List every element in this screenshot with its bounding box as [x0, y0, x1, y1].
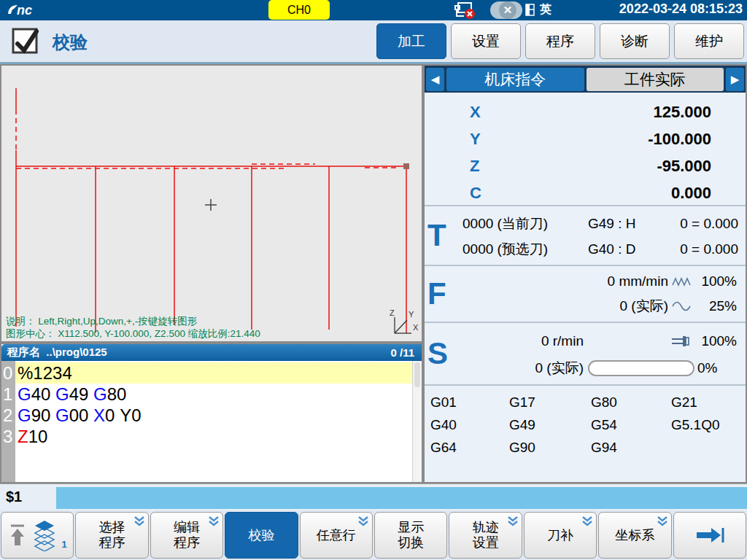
- coord-tab-right-arrow[interactable]: ▶: [726, 68, 744, 91]
- program-line[interactable]: 2G90 G00 X0 Y0: [1, 405, 412, 426]
- softkey-arbitrary-line[interactable]: 任意行: [300, 512, 373, 559]
- modal-gcode: G01: [430, 394, 509, 417]
- tab-diagnosis[interactable]: 诊断: [600, 23, 670, 59]
- coord-tab-left-arrow[interactable]: ◀: [426, 68, 444, 91]
- spindle-section: S 0 r/min 100% 0 (实际) 0%: [425, 323, 746, 386]
- axis-coordinates: X 125.000 Y -100.000 Z -95.000 C 0.000: [425, 93, 746, 206]
- page-title: 校验: [53, 31, 88, 54]
- modal-gcode: G21: [671, 394, 746, 417]
- network-disconnected-icon: [454, 1, 480, 20]
- axis-name: X: [470, 103, 481, 122]
- modal-gcode: G40: [430, 417, 509, 440]
- menu-up-icon: [8, 522, 27, 548]
- softkey-toolbar: 1 选择程序 编辑程序 校验 任意行 显示切换 轨迹设置 刀补: [0, 510, 747, 560]
- spindle-actual-value: 0 (实际): [425, 359, 584, 378]
- tab-settings[interactable]: 设置: [451, 23, 521, 59]
- menu-layer-number: 1: [62, 537, 67, 552]
- language-indicator[interactable]: 英: [540, 2, 551, 18]
- graphics-hints: 说明： Left,Right,Up,Down,+,-按键旋转图形 图形中心： X…: [6, 315, 260, 340]
- chevron-down-icon: [657, 516, 668, 526]
- coord-tab-workpiece-actual[interactable]: 工件实际: [587, 68, 724, 91]
- softkey-coordinate-system[interactable]: 坐标系: [598, 512, 671, 559]
- program-line[interactable]: 3Z10: [1, 426, 412, 447]
- program-line-text: Z10: [15, 426, 412, 447]
- chevron-down-icon: [581, 516, 593, 526]
- coord-tab-machine-command[interactable]: 机床指令: [446, 68, 584, 91]
- axis-row-x: X 125.000: [425, 98, 746, 125]
- hnc-logo: nc: [6, 2, 47, 18]
- modal-gcode-grid: G01 G17 G80 G21 G40 G49 G54 G5.1Q0 G64 G…: [425, 386, 746, 462]
- ime-indicator[interactable]: ✕: [490, 1, 522, 19]
- axis-value: 0.000: [481, 184, 746, 203]
- feed-section-label: F: [427, 276, 446, 311]
- softkey-display-switch[interactable]: 显示切换: [374, 512, 447, 559]
- chevron-down-icon: [357, 516, 369, 526]
- next-page-arrow-icon: [694, 526, 726, 545]
- modal-gcode: G5.1Q0: [671, 417, 746, 440]
- program-line-number: 1: [1, 384, 15, 405]
- tab-maintenance[interactable]: 维护: [674, 23, 744, 59]
- ime-book-icon: [525, 4, 535, 17]
- hnc-screen: nc CH0 ✕ 英 2022-03-24 08:15:23 校验 加工: [0, 0, 747, 560]
- axis-triad-icon: Z Y X: [388, 308, 419, 338]
- svg-text:X: X: [413, 323, 419, 332]
- status-bar: $1: [0, 483, 747, 510]
- chevron-down-icon: [507, 516, 519, 526]
- spindle-load-percent: 0%: [697, 360, 717, 376]
- axis-name: Z: [470, 157, 479, 176]
- svg-text:Y: Y: [409, 310, 414, 319]
- program-line[interactable]: 0%1234: [1, 362, 412, 384]
- length-comp-value: 0 = 0.000: [668, 216, 746, 232]
- chevron-down-icon: [133, 516, 145, 526]
- axis-row-c: C 0.000: [425, 179, 746, 206]
- softkey-select-program[interactable]: 选择程序: [75, 512, 148, 559]
- program-header: 程序名 ..\prog\0125 0 /11: [1, 344, 422, 361]
- modal-gcode: G54: [591, 417, 671, 440]
- softkey-trajectory-settings[interactable]: 轨迹设置: [449, 512, 522, 559]
- softkey-next-menu[interactable]: [673, 512, 746, 559]
- program-panel: 程序名 ..\prog\0125 0 /11 0%12341G40 G49 G8…: [0, 343, 423, 483]
- program-scrollbar[interactable]: [412, 361, 422, 482]
- modal-gcode: G64: [430, 440, 509, 462]
- title-row: 校验 加工 设置 程序 诊断 维护: [0, 20, 747, 64]
- tab-machining[interactable]: 加工: [376, 23, 446, 59]
- feed-actual-value: 0 (实际): [620, 297, 669, 316]
- axis-value: -100.000: [481, 130, 746, 149]
- spindle-load-bar: [588, 360, 694, 376]
- softkey-tool-compensation[interactable]: 刀补: [524, 512, 597, 559]
- radius-comp-value: 0 = 0.000: [668, 241, 746, 257]
- program-line-number: 0: [1, 363, 15, 384]
- toolpath-plot: [1, 66, 422, 341]
- svg-text:nc: nc: [17, 3, 32, 18]
- preselect-tool-row: 0000 (预选刀) G40 : D 0 = 0.000: [425, 236, 746, 262]
- message-bar: [56, 487, 747, 509]
- feed-section: F 0 mm/min 100% 0 (实际) 25%: [425, 266, 746, 323]
- main-tabs: 加工 设置 程序 诊断 维护: [376, 23, 744, 59]
- hint-center-scale: 图形中心： X112.500, Y-100.000, Z2.500 缩放比例:2…: [6, 327, 260, 340]
- program-line-number: 2: [1, 405, 15, 426]
- ime-close-icon[interactable]: ✕: [499, 1, 516, 19]
- spindle-command-row: 0 r/min 100%: [425, 327, 746, 354]
- spindle-command-value: 0 r/min: [425, 333, 584, 349]
- feed-command-row: 0 mm/min 100%: [425, 269, 746, 294]
- machine-status-panel: ◀ 机床指令 工件实际 ▶ X 125.000 Y -100.000 Z -95…: [423, 64, 747, 483]
- softkey-verify[interactable]: 校验: [225, 512, 298, 559]
- axis-value: -95.000: [479, 157, 746, 176]
- modal-gcode: G17: [509, 394, 591, 417]
- program-body[interactable]: 0%12341G40 G49 G802G90 G00 X0 Y03Z10: [1, 361, 422, 482]
- tool-section-label: T: [427, 218, 446, 253]
- tab-program[interactable]: 程序: [525, 23, 595, 59]
- program-line-text: G90 G00 X0 Y0: [15, 405, 412, 426]
- rapid-override-icon: [668, 276, 694, 287]
- softkey-edit-program[interactable]: 编辑程序: [150, 512, 223, 559]
- feed-actual-row: 0 (实际) 25%: [425, 294, 746, 319]
- verify-check-icon: [10, 25, 42, 57]
- menu-level-button[interactable]: 1: [1, 512, 74, 559]
- axis-name: Y: [470, 130, 481, 149]
- current-tool: 0000 (当前刀): [462, 214, 588, 233]
- rapid-override-percent: 100%: [694, 273, 737, 289]
- program-line[interactable]: 1G40 G49 G80: [1, 384, 412, 405]
- hint-rotate: 说明： Left,Right,Up,Down,+,-按键旋转图形: [6, 315, 260, 327]
- modal-gcode: G80: [591, 394, 671, 417]
- modal-gcode: G49: [509, 417, 591, 440]
